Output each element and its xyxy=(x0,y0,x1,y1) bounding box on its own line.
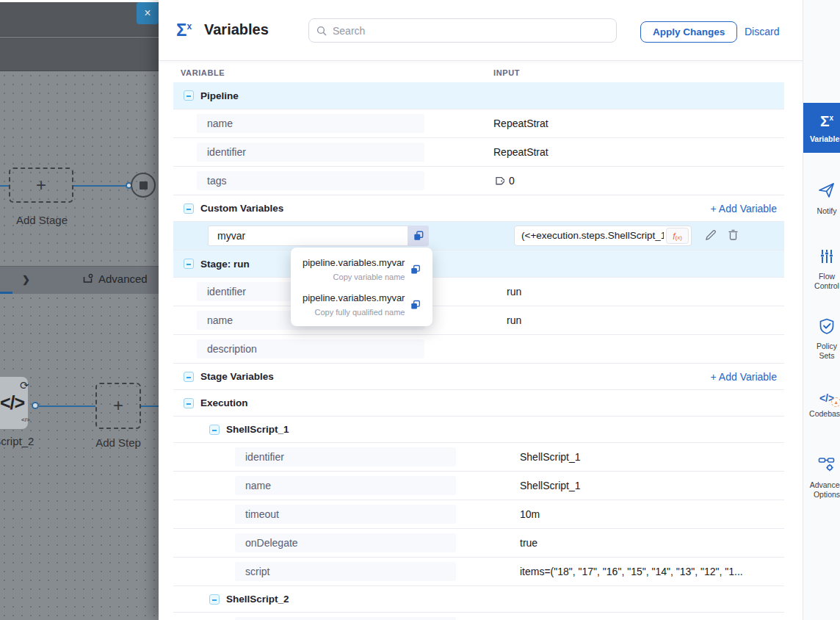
search-icon xyxy=(316,26,327,36)
variables-panel: Σx Variables Apply Changes Discard VARIA… xyxy=(159,0,803,620)
section-label: Stage Variables xyxy=(200,371,274,382)
delete-variable-button[interactable] xyxy=(725,228,740,243)
table-row: identifier ShellScript_2 xyxy=(173,613,784,620)
collapse-icon[interactable] xyxy=(184,90,194,101)
search-box[interactable] xyxy=(308,18,617,43)
add-variable-button[interactable]: + Add Variable xyxy=(711,203,777,215)
section-label: Stage: run xyxy=(200,259,250,270)
collapse-icon[interactable] xyxy=(184,372,194,382)
advanced-options-icon xyxy=(818,457,836,473)
variables-sigma-icon: Σx xyxy=(176,20,192,40)
tab-advanced[interactable]: Advanced xyxy=(82,273,148,285)
stage-tabbar: ❯ Advanced xyxy=(0,266,159,294)
discard-button[interactable]: Discard xyxy=(745,26,779,37)
sidebar-item-label: Options xyxy=(803,490,840,500)
add-step-label: Add Step xyxy=(88,436,148,449)
expression-fx-badge[interactable]: f(x) xyxy=(666,228,689,244)
tags-count: 0 xyxy=(509,167,515,195)
column-input: INPUT xyxy=(493,68,520,77)
section-shellscript-1[interactable]: ShellScript_1 xyxy=(173,417,784,443)
collapse-icon[interactable] xyxy=(209,425,220,435)
table-column-headers: VARIABLE INPUT xyxy=(173,61,784,82)
pipeline-end-node[interactable] xyxy=(131,173,156,198)
sidebar-item-advanced-options[interactable]: Advanced Options xyxy=(803,457,840,500)
table-row: identifier RepeatStrat xyxy=(173,138,784,167)
table-row: timeout 10m xyxy=(173,500,784,529)
variable-name: script xyxy=(235,562,456,581)
sidebar-item-label: Codebase xyxy=(803,409,840,419)
collapse-icon[interactable] xyxy=(184,259,194,269)
tags-value: 0 xyxy=(493,167,515,195)
section-label: Execution xyxy=(200,397,248,408)
popup-option-caption: Copy variable name xyxy=(303,273,405,281)
variable-name: timeout xyxy=(235,505,456,524)
section-execution[interactable]: Execution xyxy=(173,390,784,417)
table-row: identifier run xyxy=(173,278,784,306)
copy-icon xyxy=(413,231,424,241)
copy-button[interactable] xyxy=(408,226,429,246)
collapse-icon[interactable] xyxy=(209,594,220,605)
stage-connector-line xyxy=(73,185,132,187)
collapse-icon[interactable] xyxy=(184,398,194,408)
shield-check-icon xyxy=(819,318,835,334)
pencil-icon xyxy=(704,228,717,242)
sidebar-item-label: Flow xyxy=(803,272,840,281)
apply-changes-button[interactable]: Apply Changes xyxy=(640,21,737,43)
add-stage-button[interactable]: + xyxy=(9,167,73,203)
sidebar-item-label: Policy xyxy=(803,342,840,351)
variable-name: identifier xyxy=(235,447,456,466)
section-stage-variables[interactable]: Stage Variables + Add Variable xyxy=(173,364,784,390)
variable-value: run xyxy=(507,278,521,306)
stage-connector-stub xyxy=(0,185,9,187)
collapse-chevron-icon[interactable]: ❯ xyxy=(22,274,30,285)
add-variable-button[interactable]: + Add Variable xyxy=(711,371,777,383)
table-row: identifier ShellScript_1 xyxy=(173,443,784,472)
variable-name-input[interactable]: myvar xyxy=(208,226,408,246)
section-label: Custom Variables xyxy=(200,203,283,214)
page-title: Variables xyxy=(204,21,269,38)
copy-fqn-option[interactable]: pipeline.variables.myvar Copy fully qual… xyxy=(303,292,421,317)
advanced-icon xyxy=(82,273,93,284)
copy-icon[interactable] xyxy=(410,264,421,275)
sidebar-item-label: Sets xyxy=(803,351,840,361)
search-input[interactable] xyxy=(333,25,609,37)
add-step-button[interactable]: + xyxy=(95,383,141,429)
section-stage-run[interactable]: Stage: run xyxy=(173,250,784,278)
paper-plane-icon xyxy=(818,181,836,199)
edit-variable-button[interactable] xyxy=(703,228,718,243)
close-icon[interactable]: × xyxy=(137,2,159,24)
variable-value: 10m xyxy=(520,500,540,529)
warning-icon: ▲ xyxy=(831,397,840,407)
step-connector-line-right xyxy=(141,405,159,407)
copy-variable-name-option[interactable]: pipeline.variables.myvar Copy variable n… xyxy=(303,257,421,281)
variable-name: onDelegate xyxy=(235,533,456,552)
sidebar-item-notify[interactable]: Notify xyxy=(803,181,840,216)
step-node-label: lScript_2 xyxy=(0,435,34,447)
popup-variable-path: pipeline.variables.myvar xyxy=(303,257,405,268)
add-stage-label: Add Stage xyxy=(9,214,75,226)
popup-variable-path: pipeline.variables.myvar xyxy=(303,292,405,303)
variable-name: name xyxy=(235,476,456,495)
variable-name: name xyxy=(197,114,424,133)
sidebar-item-policy-sets[interactable]: Policy Sets xyxy=(803,318,840,361)
section-shellscript-2[interactable]: ShellScript_2 xyxy=(173,586,784,613)
variable-name: identifier xyxy=(197,143,424,162)
section-pipeline[interactable]: Pipeline xyxy=(173,82,784,109)
sidebar-item-codebase[interactable]: </>▲ Codebase xyxy=(803,392,840,419)
variable-value-input[interactable]: (<+execution.steps.ShellScript_1. f(x) xyxy=(514,226,692,246)
popup-option-caption: Copy fully qualified name xyxy=(303,308,405,317)
section-custom-variables[interactable]: Custom Variables + Add Variable xyxy=(173,195,784,222)
variables-sigma-icon: Σx xyxy=(820,112,833,129)
variable-value: ShellScript_2 xyxy=(520,613,581,620)
right-nav-sidebar: Σx Variables Notify Flow Control Policy … xyxy=(803,0,840,620)
looping-strategy-icon: ⟳ xyxy=(20,379,29,392)
variable-value: RepeatStrat xyxy=(493,138,548,167)
variable-value: RepeatStrat xyxy=(493,109,548,138)
sidebar-item-flow-control[interactable]: Flow Control xyxy=(803,248,840,291)
variable-name: tags xyxy=(197,171,424,190)
trash-icon xyxy=(727,228,739,241)
collapse-icon[interactable] xyxy=(184,203,194,214)
copy-icon[interactable] xyxy=(410,299,421,311)
copy-variable-popup: pipeline.variables.myvar Copy variable n… xyxy=(291,248,432,326)
sidebar-item-variables[interactable]: Σx Variables xyxy=(803,103,840,153)
